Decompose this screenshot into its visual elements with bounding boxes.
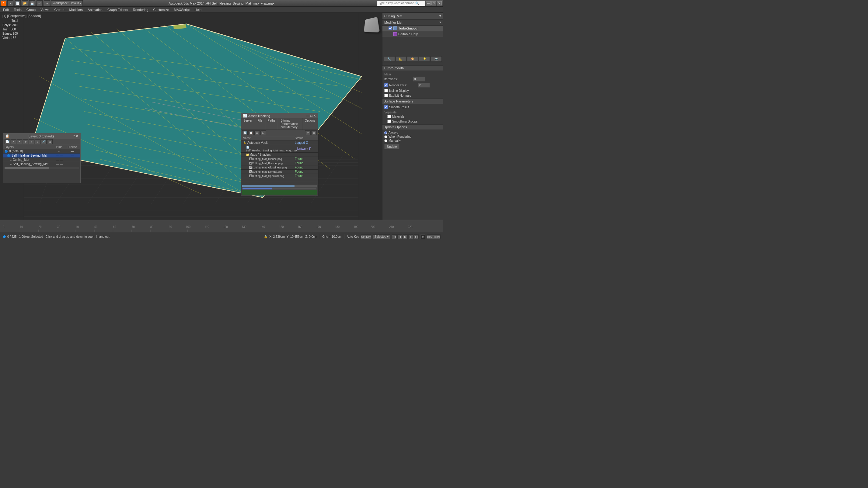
asset-tool-5[interactable]: ? [305,130,311,135]
modifier-editable-poly[interactable]: Editable Poly [382,31,443,37]
viewport[interactable]: [+] [Perspective] [Shaded] Total Polys: … [0,13,382,220]
layer-panel-close-btn[interactable]: ✕ [76,134,79,138]
isoline-check[interactable] [384,89,388,92]
asset-row[interactable]: 📁 Maps / Shaders [241,153,318,157]
search-input[interactable] [378,2,415,5]
asset-close-btn[interactable]: ✕ [313,114,316,118]
asset-tool-6[interactable]: ⚙ [311,130,317,135]
asset-panel-toolbar: 🔄 📋 ☰ ⊞ ? ⚙ [241,130,318,136]
asset-row[interactable]: 🖼 Cutting_Mat_Diffuse.png Found [241,157,318,161]
minimize-btn[interactable]: — [426,1,431,5]
layer-add-btn[interactable]: + [17,139,22,144]
menu-customize[interactable]: Customize [151,7,172,12]
asset-menu-server[interactable]: Server [241,118,255,130]
go-end-btn[interactable]: ►| [414,234,418,239]
maximize-btn[interactable]: □ [431,1,436,5]
save-btn[interactable]: 💾 [29,0,35,6]
asset-row[interactable]: 🖼 Cutting_Mat_Glossiness.png Found [241,165,318,170]
next-frame-btn[interactable]: ► [408,234,413,239]
panel-btn-1[interactable]: 🔧 [384,56,395,62]
frame-input[interactable]: 0 [421,234,425,239]
layer-row[interactable]: 🔵 0 (default) ✓ — [3,149,80,154]
layer-panel-help-btn[interactable]: ? [73,134,75,138]
modifier-active-check[interactable] [389,27,392,30]
layer-row[interactable]: ↳ Self_Healing_Sewing_Mat — — [3,162,80,166]
panel-btn-2[interactable]: 📐 [396,56,407,62]
asset-menu-file[interactable]: File [255,118,265,130]
search-box[interactable]: 🔍 [377,1,425,6]
iterations-input[interactable] [413,77,425,82]
new-btn[interactable]: 📄 [14,0,21,6]
asset-row[interactable]: 🖼 Cutting_Mat_Normal.png Found [241,170,318,174]
menu-animation[interactable]: Animation [85,7,105,12]
menu-tools[interactable]: Tools [11,7,24,12]
navcube-box[interactable] [364,17,380,33]
layer-select-btn[interactable]: ◈ [23,139,28,144]
asset-row[interactable]: 🔒 Autodesk Vault Logged O [241,140,318,145]
go-start-btn[interactable]: |◄ [392,234,397,239]
asset-row[interactable]: 📄 Self_Healing_Sewing_Mat_max_vray.max N… [241,145,318,153]
set-key-btn[interactable]: Set Key [361,234,371,239]
asset-tool-3[interactable]: ☰ [254,130,260,135]
redo-btn[interactable]: ↪ [44,0,50,6]
layer-panel-header: 📋 Layer: 0 (default) ? ✕ [3,133,80,139]
layer-down-btn[interactable]: ↓ [35,139,40,144]
navcube[interactable] [362,15,380,33]
layer-up-btn[interactable]: ↑ [29,139,34,144]
open-btn[interactable]: 📂 [22,0,28,6]
selection-dropdown[interactable]: Selected ▾ [373,234,390,239]
search-icon[interactable]: 🔍 [415,2,419,5]
menu-help[interactable]: Help [192,7,204,12]
modifier-turbosmooth[interactable]: TurboSmooth [382,26,443,31]
smoothing-groups-check[interactable] [387,120,391,123]
layer-row[interactable]: ↳ Cutting_Mat — — [3,158,80,162]
layer-new-btn[interactable]: 📄 [5,139,10,144]
asset-tool-2[interactable]: 📋 [248,130,254,135]
menu-group[interactable]: Group [24,7,38,12]
layer-delete-btn[interactable]: ✕ [11,139,16,144]
panel-btn-3[interactable]: 🎨 [407,56,418,62]
menu-modifiers[interactable]: Modifiers [67,7,85,12]
asset-menu-options[interactable]: Options [302,118,318,130]
menu-views[interactable]: Views [38,7,52,12]
render-iters-check[interactable] [384,83,388,87]
update-manually-radio[interactable] [384,139,387,142]
menu-graph-editors[interactable]: Graph Editors [105,7,130,12]
render-iters-input[interactable] [418,83,430,88]
asset-tool-4[interactable]: ⊞ [260,130,266,135]
layer-expand-btn[interactable]: ⊞ [47,139,53,144]
asset-maximize-btn[interactable]: □ [310,114,312,118]
asset-row[interactable]: 🖼 Cutting_Mat_Fresnel.png Found [241,161,318,165]
asset-menu-paths[interactable]: Paths [265,118,278,130]
asset-tool-1[interactable]: 🔄 [242,130,248,135]
panel-btn-4[interactable]: 💡 [419,56,430,62]
layer-scrollbar[interactable] [5,167,79,169]
panel-btn-5[interactable]: 📷 [431,56,442,62]
asset-minimize-btn[interactable]: — [306,114,309,118]
layer-row[interactable]: 🔵 Self_Healing_Sewing_Mat — — — [3,154,80,158]
smooth-result-check[interactable] [384,105,388,109]
asset-scrollbar[interactable] [242,185,317,187]
asset-input-row[interactable] [242,190,317,195]
menu-create[interactable]: Create [52,7,67,12]
key-filters-btn[interactable]: Key Filters [427,234,440,239]
update-always-radio[interactable] [384,131,387,134]
timeline-ruler[interactable]: 0 10 20 30 40 50 60 70 80 90 100 110 120… [0,220,443,232]
asset-row[interactable]: 🖼 Cutting_Mat_Specular.png Found [241,174,318,178]
menu-edit[interactable]: Edit [1,7,11,12]
materials-check[interactable] [387,115,391,118]
undo-btn[interactable]: ↩ [36,0,42,6]
prev-frame-btn[interactable]: ◄ [397,234,402,239]
svg-text:190: 190 [353,225,358,229]
menu-maxscript[interactable]: MAXScript [172,7,192,12]
title-menu-btn[interactable]: ▾ [7,0,13,6]
play-btn[interactable]: ▶ [403,234,408,239]
asset-menu-bitmap[interactable]: Bitmap Performance and Memory [278,118,302,130]
menu-rendering[interactable]: Rendering [130,7,151,12]
update-rendering-radio[interactable] [384,135,387,138]
close-btn[interactable]: ✕ [437,1,442,5]
explicit-normals-check[interactable] [384,94,388,97]
workspace-dropdown[interactable]: Workspace: Default ▾ [51,0,83,6]
layer-link-btn[interactable]: 🔗 [41,139,46,144]
update-btn[interactable]: Update [384,144,400,149]
